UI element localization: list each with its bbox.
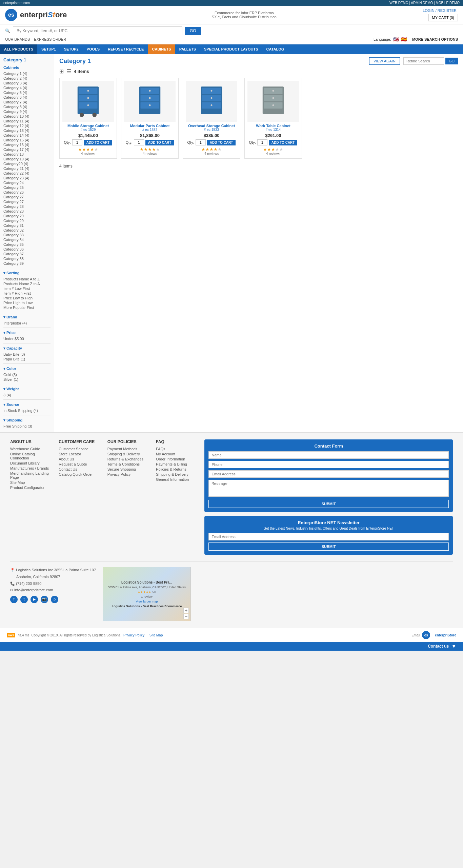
- product-name[interactable]: Mobile Storage Cabinet: [62, 124, 114, 128]
- sidebar-category-item[interactable]: Category 14 (4): [3, 133, 51, 138]
- cart-button[interactable]: MY CART (0): [428, 14, 458, 21]
- qty-input[interactable]: [196, 139, 206, 145]
- sidebar-category-item[interactable]: Category 13 (4): [3, 128, 51, 133]
- footer-link[interactable]: Manufacturers / Brands: [10, 466, 52, 470]
- nav-setup2[interactable]: SETUP2: [60, 44, 83, 54]
- sidebar-category-item[interactable]: Category 5 (4): [3, 90, 51, 95]
- nav-catalog[interactable]: CATALOG: [262, 44, 288, 54]
- map-zoom-out[interactable]: −: [183, 614, 189, 619]
- footer-link[interactable]: Contact Us: [59, 467, 100, 471]
- qty-input[interactable]: [134, 139, 144, 145]
- contact-submit-button[interactable]: SUBMIT: [208, 500, 449, 508]
- footer-link[interactable]: Order Information: [156, 457, 198, 461]
- contact-name-input[interactable]: [208, 451, 449, 459]
- price-section[interactable]: ▾ Price: [3, 331, 51, 335]
- nav-pallets[interactable]: PALLETS: [175, 44, 200, 54]
- mobile-demo-link[interactable]: MOBILE DEMO: [436, 1, 460, 5]
- sidebar-category-item[interactable]: Category 17 (4): [3, 147, 51, 152]
- footer-link[interactable]: Returns & Exchanges: [107, 457, 149, 461]
- sidebar-category-item[interactable]: Category 21 (4): [3, 166, 51, 171]
- add-to-cart-button[interactable]: ADD TO CART: [207, 140, 236, 145]
- sidebar-category-item[interactable]: Category 28: [3, 209, 51, 214]
- qty-input[interactable]: [72, 139, 82, 145]
- price-item[interactable]: Under $5.00: [3, 336, 51, 341]
- footer-link[interactable]: Merchandising Landing Page: [10, 471, 52, 479]
- add-to-cart-button[interactable]: ADD TO CART: [269, 140, 298, 145]
- sidebar-category-item[interactable]: Category 36: [3, 247, 51, 252]
- our-brands-link[interactable]: OUR BRANDS: [5, 37, 30, 41]
- site-map-link[interactable]: Site Map: [149, 633, 163, 637]
- sidebar-category-item[interactable]: Category 8 (4): [3, 104, 51, 109]
- sorting-option[interactable]: Item # High First: [3, 291, 51, 296]
- brand-item[interactable]: Interpristor (4): [3, 321, 51, 326]
- source-item[interactable]: In Stock Shipping (4): [3, 408, 51, 413]
- sorting-option[interactable]: Price Low to High: [3, 296, 51, 300]
- footer-link[interactable]: Request a Quote: [59, 462, 100, 466]
- footer-link[interactable]: Policies & Returns: [156, 467, 198, 471]
- sorting-option[interactable]: Products Name A to Z: [3, 277, 51, 281]
- admin-demo-link[interactable]: ADMIN DEMO: [411, 1, 433, 5]
- footer-link[interactable]: Terms & Conditions: [107, 462, 149, 466]
- shipping-section[interactable]: ▾ Shipping: [3, 418, 51, 422]
- nav-all-products[interactable]: ALL PRODUCTS: [0, 44, 37, 54]
- sidebar-category-item[interactable]: Category 3 (4): [3, 81, 51, 85]
- sidebar-category-item[interactable]: Category 10 (4): [3, 114, 51, 119]
- sidebar-category-item[interactable]: Category 39: [3, 261, 51, 266]
- twitter-icon[interactable]: t: [20, 596, 28, 603]
- sorting-option[interactable]: Products Name Z to A: [3, 281, 51, 286]
- sidebar-category-item[interactable]: Category 1 (4): [3, 71, 51, 76]
- footer-link[interactable]: Shipping & Delivery: [156, 472, 198, 476]
- source-section[interactable]: ▾ Source: [3, 402, 51, 407]
- color-item[interactable]: Silver (1): [3, 377, 51, 382]
- nav-refuse-recycle[interactable]: REFUSE / RECYCLE: [104, 44, 148, 54]
- qty-input[interactable]: [257, 139, 267, 145]
- grid-view-icon[interactable]: ⊞: [59, 68, 64, 75]
- sidebar-category-item[interactable]: Category 32: [3, 228, 51, 233]
- login-register-link[interactable]: LOGIN / REGISTER: [423, 8, 457, 13]
- contact-us-bar[interactable]: Contact us ▼: [0, 642, 463, 651]
- footer-link[interactable]: Online Catalog Connection: [10, 452, 52, 460]
- search-button[interactable]: GO: [185, 27, 201, 35]
- footer-link[interactable]: FAQs: [156, 447, 198, 451]
- sidebar-category-item[interactable]: Category 18: [3, 152, 51, 157]
- refine-search-input[interactable]: [403, 57, 444, 65]
- sidebar-category-item[interactable]: Category 31: [3, 223, 51, 228]
- view-larger-map-link[interactable]: View larger map: [136, 600, 158, 603]
- sidebar-cabinets[interactable]: Cabinets: [3, 65, 51, 70]
- sidebar-category-item[interactable]: Category 19 (4): [3, 157, 51, 161]
- facebook-icon[interactable]: f: [10, 596, 18, 603]
- footer-link[interactable]: Privacy Policy: [107, 472, 149, 476]
- nav-special-layouts[interactable]: SPECIAL PRODUCT LAYOUTS: [200, 44, 262, 54]
- contact-phone-input[interactable]: [208, 461, 449, 468]
- footer-link[interactable]: Store Locator: [59, 452, 100, 456]
- pinterest-icon[interactable]: p: [51, 596, 58, 603]
- nav-setup1[interactable]: SETUP1: [37, 44, 60, 54]
- logo[interactable]: es enterpriStore: [5, 9, 67, 21]
- instagram-icon[interactable]: 📷: [41, 596, 48, 603]
- sidebar-category-item[interactable]: Category 7 (4): [3, 100, 51, 104]
- sidebar-category-item[interactable]: Category 16 (4): [3, 142, 51, 147]
- more-search-link[interactable]: MORE SEARCH OPTIONS: [412, 37, 458, 41]
- sidebar-category-item[interactable]: Category 34: [3, 237, 51, 242]
- sorting-option[interactable]: More Popular First: [3, 305, 51, 310]
- capacity-section[interactable]: ▾ Capacity: [3, 346, 51, 351]
- footer-link[interactable]: Shipping & Delivery: [107, 452, 149, 456]
- weight-section[interactable]: ▾ Weight: [3, 387, 51, 391]
- footer-link[interactable]: Payment Methods: [107, 447, 149, 451]
- contact-message-input[interactable]: [208, 480, 449, 497]
- sidebar-category-item[interactable]: Category 25: [3, 185, 51, 190]
- footer-link[interactable]: Catalog Quick Order: [59, 472, 100, 476]
- product-name[interactable]: Overhead Storage Cabinet: [186, 124, 237, 128]
- sidebar-category-item[interactable]: Category 27: [3, 195, 51, 199]
- privacy-policy-link[interactable]: Privacy Policy: [123, 633, 144, 637]
- express-order-link[interactable]: EXPRESS ORDER: [34, 37, 66, 41]
- sidebar-category-item[interactable]: Category 23 (4): [3, 176, 51, 180]
- capacity-item[interactable]: Baby Bite (3): [3, 352, 51, 357]
- footer-link[interactable]: My Account: [156, 452, 198, 456]
- map-zoom-in[interactable]: +: [183, 608, 189, 613]
- product-name[interactable]: Modular Parts Cabinet: [124, 124, 176, 128]
- footer-link[interactable]: Secure Shopping: [107, 467, 149, 471]
- sidebar-category-item[interactable]: Category 27: [3, 199, 51, 204]
- nav-cabinets[interactable]: CABINETS: [148, 44, 175, 54]
- contact-email-input[interactable]: [208, 470, 449, 478]
